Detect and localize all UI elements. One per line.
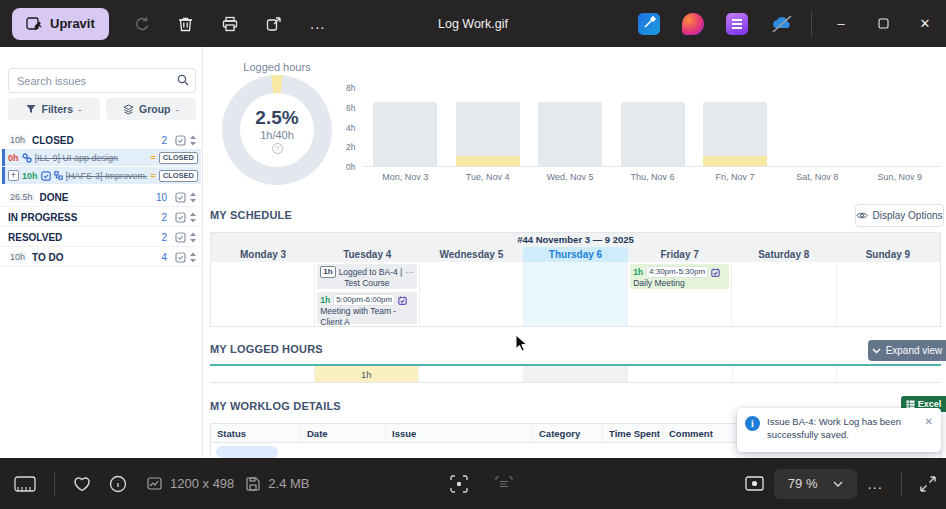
day-header[interactable]: Saturday 8 xyxy=(732,247,836,262)
expand-icon[interactable]: + xyxy=(8,170,19,181)
search-issues-field[interactable] xyxy=(8,68,196,93)
filters-button[interactable]: Filters- xyxy=(8,98,100,120)
logged-cell[interactable] xyxy=(837,366,941,382)
day-header[interactable]: Friday 7 xyxy=(628,247,732,262)
search-icon xyxy=(177,74,189,86)
column-date[interactable]: Date xyxy=(301,424,386,442)
group-row-in-progress[interactable]: IN PROGRESS 2 xyxy=(0,208,203,227)
status-badge: CLOSED xyxy=(159,170,198,182)
day-column-tuesday[interactable]: 1h Logged to BA-4 | ⋯ Test Course 1h 5:0… xyxy=(315,262,419,326)
day-column-thursday[interactable] xyxy=(524,262,628,326)
column-category[interactable]: Category xyxy=(533,424,603,442)
day-header[interactable]: Tuesday 4 xyxy=(315,247,419,262)
logged-cell-tuesday[interactable]: 1h xyxy=(315,366,420,382)
display-options-button[interactable]: Display Options xyxy=(855,204,944,227)
photos-app-icon[interactable] xyxy=(638,13,660,35)
photos-title-bar: Upravit ... Log Work.gif – ✕ xyxy=(0,0,946,47)
edit-image-button[interactable]: Upravit xyxy=(12,8,109,40)
group-row-done[interactable]: 26.5h DONE 10 xyxy=(0,188,203,207)
print-button[interactable] xyxy=(211,8,249,40)
minimize-button[interactable]: – xyxy=(820,0,862,47)
group-row-todo[interactable]: 10h TO DO 4 xyxy=(0,248,203,267)
sort-icon[interactable] xyxy=(189,252,197,263)
select-all-icon[interactable] xyxy=(175,212,186,223)
toast-close-icon[interactable]: ✕ xyxy=(923,416,935,427)
column-time-spent[interactable]: Time Spent xyxy=(603,424,663,442)
column-status[interactable]: Status xyxy=(211,424,301,442)
day-column-friday[interactable]: 1h 4:30pm-5:30pm Daily Meeting xyxy=(628,262,732,326)
day-header[interactable]: Monday 3 xyxy=(211,247,315,262)
dimensions-icon xyxy=(147,477,162,490)
issues-sidebar: Filters- Group- 10h CLOSED 2 0h [ILL-9] … xyxy=(0,47,203,458)
favorite-heart-icon[interactable] xyxy=(73,476,91,492)
group-name: IN PROGRESS xyxy=(8,212,161,223)
event-time: 5:00pm-6:00pm xyxy=(333,294,395,306)
sort-icon[interactable] xyxy=(189,232,197,243)
select-all-icon[interactable] xyxy=(175,252,186,263)
event-menu-icon[interactable]: ⋯ xyxy=(406,268,414,277)
zoom-level-value: 79 % xyxy=(788,476,818,491)
issue-row-hafs3[interactable]: + 10h [HAFS-3] Improvem... = CLOSED xyxy=(2,167,201,184)
issue-row-ill9[interactable]: 0h [ILL-9] UI app design = CLOSED xyxy=(2,149,201,166)
logged-cell[interactable] xyxy=(628,366,733,382)
group-hours: 10h xyxy=(8,251,27,263)
y-axis-tick: 0h xyxy=(346,162,355,172)
sort-icon[interactable] xyxy=(189,212,197,223)
logged-cell-today[interactable] xyxy=(524,366,629,382)
status-pill[interactable] xyxy=(216,446,278,458)
day-header[interactable]: Sunday 9 xyxy=(836,247,940,262)
maximize-icon xyxy=(878,18,889,29)
event-title: Meeting with Team - Client A xyxy=(320,306,413,327)
file-info-icon[interactable] xyxy=(109,475,127,493)
filter-icon xyxy=(26,104,36,114)
donut-subvalue: 1h/40h xyxy=(260,129,294,141)
help-icon[interactable]: ? xyxy=(272,143,283,154)
column-issue[interactable]: Issue xyxy=(386,424,533,442)
logged-cell[interactable] xyxy=(733,366,838,382)
zoom-level-dropdown[interactable]: 79 % xyxy=(774,469,858,499)
group-row-closed[interactable]: 10h CLOSED 2 xyxy=(0,131,203,150)
day-header[interactable]: Wednesday 5 xyxy=(419,247,523,262)
delete-button[interactable] xyxy=(167,8,205,40)
info-icon: i xyxy=(745,416,760,431)
rotate-button[interactable] xyxy=(123,8,161,40)
daily-hours-bar-chart: 8h6h4h2h0hMon, Nov 3Tue, Nov 4Wed, Nov 5… xyxy=(346,87,941,187)
logged-hours-donut: 2.5% 1h/40h ? xyxy=(222,75,332,185)
zoom-fit-icon[interactable] xyxy=(745,476,764,491)
day-column-wednesday[interactable] xyxy=(420,262,524,326)
search-input[interactable] xyxy=(8,68,196,93)
more-statusbar-button[interactable]: ... xyxy=(867,475,883,492)
logged-cell[interactable] xyxy=(419,366,524,382)
day-column-monday[interactable] xyxy=(211,262,315,326)
group-button[interactable]: Group- xyxy=(106,98,196,120)
day-column-saturday[interactable] xyxy=(732,262,836,326)
select-all-icon[interactable] xyxy=(175,232,186,243)
chevron-down-icon xyxy=(833,481,843,487)
select-all-icon[interactable] xyxy=(175,135,186,146)
clipchamp-app-icon[interactable] xyxy=(726,13,748,35)
logged-cell[interactable] xyxy=(210,366,315,382)
fullscreen-icon[interactable] xyxy=(920,476,936,492)
ocr-text-icon[interactable] xyxy=(495,476,513,492)
more-options-button[interactable]: ... xyxy=(299,8,337,40)
sort-icon[interactable] xyxy=(189,135,197,146)
maximize-button[interactable] xyxy=(862,0,904,47)
share-button[interactable] xyxy=(255,8,293,40)
group-count: 4 xyxy=(161,252,167,263)
statusbar-divider xyxy=(901,471,902,497)
onedrive-icon[interactable] xyxy=(770,13,792,35)
event-daily-meeting[interactable]: 1h 4:30pm-5:30pm Daily Meeting xyxy=(630,264,729,289)
filmstrip-toggle-button[interactable] xyxy=(14,476,36,492)
visual-search-icon[interactable] xyxy=(450,475,468,493)
designer-app-icon[interactable] xyxy=(682,13,704,35)
event-meeting-client-a[interactable]: 1h 5:00pm-6:00pm Meeting with Team - Cli… xyxy=(317,292,416,324)
group-row-resolved[interactable]: RESOLVED 2 xyxy=(0,228,203,247)
day-column-sunday[interactable] xyxy=(837,262,940,326)
sort-icon[interactable] xyxy=(189,192,197,203)
close-button[interactable]: ✕ xyxy=(904,0,946,47)
issue-hours: 10h xyxy=(22,171,38,181)
select-all-icon[interactable] xyxy=(175,192,186,203)
day-header-today[interactable]: Thursday 6 xyxy=(523,247,627,262)
event-logged-ba4[interactable]: 1h Logged to BA-4 | ⋯ Test Course xyxy=(317,264,416,289)
expand-view-button[interactable]: Expand view xyxy=(868,340,946,361)
